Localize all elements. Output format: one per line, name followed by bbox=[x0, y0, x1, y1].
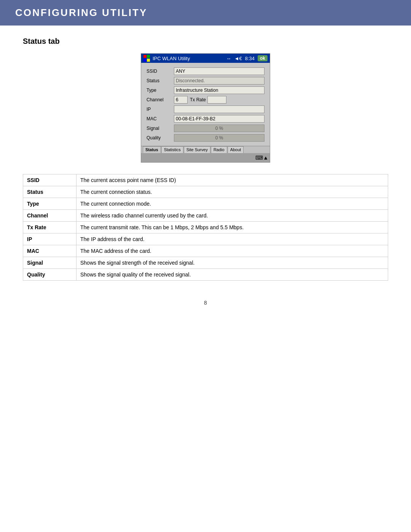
ip-row: IP bbox=[147, 105, 264, 113]
device-mockup: IPC WLAN Utility ↔ ◄€ 8:34 ok SSID Statu… bbox=[141, 53, 270, 163]
channel-input[interactable] bbox=[174, 96, 188, 104]
status-row: Status bbox=[147, 77, 264, 85]
term-cell: Tx Rate bbox=[23, 222, 76, 233]
section-title: Status tab bbox=[23, 37, 388, 46]
status-arrows-icon: ↔ bbox=[226, 56, 231, 61]
channel-label: Channel bbox=[147, 97, 174, 102]
table-row: Tx Rate The current transmit rate. This … bbox=[23, 222, 388, 233]
definition-cell: The current connection status. bbox=[76, 186, 388, 198]
tab-statistics[interactable]: Statistics bbox=[161, 146, 183, 153]
tab-status[interactable]: Status bbox=[143, 146, 161, 153]
definition-cell: The current transmit rate. This can be 1… bbox=[76, 222, 388, 233]
ssid-label: SSID bbox=[147, 69, 174, 74]
app-name: IPC WLAN Utility bbox=[153, 56, 190, 61]
table-row: MAC The MAC address of the card. bbox=[23, 245, 388, 257]
type-label: Type bbox=[147, 88, 174, 93]
tab-site-survey[interactable]: Site Survey bbox=[184, 146, 210, 153]
term-cell: Quality bbox=[23, 269, 76, 281]
ip-input[interactable] bbox=[174, 105, 264, 113]
channel-row: Channel Tx Rate bbox=[147, 96, 264, 104]
definition-cell: The current connection mode. bbox=[76, 198, 388, 210]
device-form: SSID Status Type Channel Tx Rate bbox=[141, 63, 270, 146]
table-row: Type The current connection mode. bbox=[23, 198, 388, 210]
quality-row: Quality 0 % bbox=[147, 134, 264, 142]
table-row: SSID The current access point name (ESS … bbox=[23, 174, 388, 186]
signal-label: Signal bbox=[147, 126, 174, 131]
table-row: Signal Shows the signal strength of the … bbox=[23, 257, 388, 269]
definition-cell: The MAC address of the card. bbox=[76, 245, 388, 257]
device-footer: ⌨▲ bbox=[141, 153, 270, 162]
quality-label: Quality bbox=[147, 135, 174, 141]
term-cell: Type bbox=[23, 198, 76, 210]
tab-about[interactable]: About bbox=[228, 146, 244, 153]
definition-cell: The IP address of the card. bbox=[76, 233, 388, 245]
type-input[interactable] bbox=[174, 86, 264, 94]
txrate-label: Tx Rate bbox=[190, 97, 206, 102]
ip-label: IP bbox=[147, 107, 174, 112]
definition-cell: Shows the signal quality of the received… bbox=[76, 269, 388, 281]
tab-radio[interactable]: Radio bbox=[211, 146, 227, 153]
term-cell: Signal bbox=[23, 257, 76, 269]
quality-value: 0 % bbox=[215, 135, 223, 141]
txrate-input[interactable] bbox=[207, 96, 226, 104]
description-table: SSID The current access point name (ESS … bbox=[23, 174, 388, 281]
table-row: Channel The wireless radio channel curre… bbox=[23, 210, 388, 222]
ssid-row: SSID bbox=[147, 67, 264, 75]
ok-button[interactable]: ok bbox=[258, 55, 268, 61]
signal-value: 0 % bbox=[215, 126, 223, 131]
clock-time: 8:34 bbox=[245, 56, 255, 61]
term-cell: Status bbox=[23, 186, 76, 198]
status-input[interactable] bbox=[174, 77, 264, 85]
volume-icon: ◄€ bbox=[234, 56, 242, 61]
signal-progress-bar: 0 % bbox=[174, 125, 264, 132]
table-row: IP The IP address of the card. bbox=[23, 233, 388, 245]
windows-logo-icon bbox=[143, 55, 150, 62]
page-number: 8 bbox=[0, 292, 411, 313]
titlebar-right: ↔ ◄€ 8:34 ok bbox=[226, 55, 268, 61]
type-row: Type bbox=[147, 86, 264, 94]
table-row: Quality Shows the signal quality of the … bbox=[23, 269, 388, 281]
definition-cell: The current access point name (ESS ID) bbox=[76, 174, 388, 186]
page-header: CONFIGURING UTILITY bbox=[0, 0, 411, 26]
page-title: CONFIGURING UTILITY bbox=[15, 7, 396, 19]
quality-progress-bar: 0 % bbox=[174, 134, 264, 142]
term-cell: Channel bbox=[23, 210, 76, 222]
device-tabs: Status Statistics Site Survey Radio Abou… bbox=[141, 146, 270, 153]
titlebar-left: IPC WLAN Utility bbox=[143, 55, 190, 62]
mac-input[interactable] bbox=[174, 115, 264, 123]
status-label: Status bbox=[147, 78, 174, 83]
mac-label: MAC bbox=[147, 116, 174, 121]
keyboard-icon: ⌨▲ bbox=[255, 155, 268, 161]
definition-cell: The wireless radio channel currently use… bbox=[76, 210, 388, 222]
definition-cell: Shows the signal strength of the receive… bbox=[76, 257, 388, 269]
term-cell: IP bbox=[23, 233, 76, 245]
mac-row: MAC bbox=[147, 115, 264, 123]
table-row: Status The current connection status. bbox=[23, 186, 388, 198]
device-titlebar: IPC WLAN Utility ↔ ◄€ 8:34 ok bbox=[141, 54, 270, 63]
ssid-input[interactable] bbox=[174, 67, 264, 75]
content-area: Status tab IPC WLAN Utility ↔ ◄€ 8:34 ok bbox=[0, 26, 411, 292]
term-cell: SSID bbox=[23, 174, 76, 186]
signal-row: Signal 0 % bbox=[147, 125, 264, 132]
term-cell: MAC bbox=[23, 245, 76, 257]
